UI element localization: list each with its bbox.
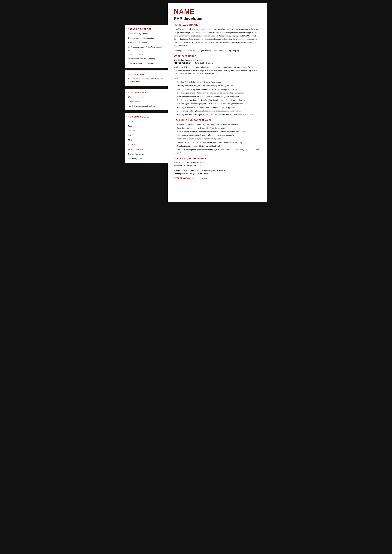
personal-summary-title: Personal Summary — [174, 24, 261, 26]
academic-qual1-institution-row: Nuneaton University 2015 - 2018 — [174, 164, 261, 167]
sidebar-nationality: Nationality: USA — [128, 157, 164, 160]
duty-item-1: Building PHP websites using PHP based fr… — [177, 81, 261, 84]
duty-item-5: Back end development and maintenance of … — [177, 95, 261, 98]
duty-item-6: Developing compatible User Interface fun… — [177, 98, 261, 102]
references-text: – Available on request. — [189, 177, 208, 180]
sidebar-expertise-item-7: Software graphics manipulation — [128, 62, 164, 65]
main-content: NAME PHP developer Personal Summary A hi… — [168, 3, 267, 202]
qual2-dates: 2013 - 2015 — [198, 172, 208, 175]
academic-title: Academic Qualifications — [174, 158, 261, 160]
sidebar-name-label: Name — [128, 120, 164, 123]
duty-item-9: Documenting features, technical specific… — [177, 109, 261, 113]
sidebar-personal-skills-section: Personal Skills Time management Goals or… — [125, 89, 168, 110]
duties-list: Building PHP websites using PHP based fr… — [174, 81, 261, 116]
work-employer: Web Design Company – Coventry — [174, 59, 261, 62]
work-role-label: PHP DEVELOPER — [174, 62, 191, 64]
sidebar-personal-details-section: Personal Details Name Road Country T: 0 … — [125, 113, 168, 163]
sidebar: Areas of Expertise Commercial experience… — [125, 3, 168, 202]
qual1-institution: Nuneaton University — [174, 164, 192, 167]
qual2-subjects: Maths (A) English (B) Technology (B) Sci… — [184, 169, 226, 172]
skill-item-3: Able to clearly communicate technical da… — [177, 130, 261, 133]
skill-item-5: Possessing all-round analysis and progra… — [177, 137, 261, 141]
duty-item-3: Testing and validating work produced as … — [177, 88, 261, 91]
work-role-line: PHP DEVELOPER June 2018 - Present — [174, 62, 261, 64]
academic-qual2-row: A levels: Maths (A) English (B) Technolo… — [174, 169, 261, 172]
references-label: REFERENCES — [174, 177, 189, 180]
page: Areas of Expertise Commercial experience… — [125, 3, 267, 202]
sidebar-expertise-item-2: Web developing / programming — [128, 37, 164, 40]
duty-item-8: Working in a data analyst role and with … — [177, 106, 261, 109]
skill-item-6: Methodical yet creative & having a prove… — [177, 141, 261, 144]
job-title: PHP developer — [174, 16, 261, 21]
sidebar-personal-skills-item-2: Goals orientated — [128, 100, 164, 103]
sidebar-expertise-item-5: Server administration — [128, 53, 164, 56]
work-experience-title: Work Experience — [174, 55, 261, 57]
sidebar-expertise-title: Areas of Expertise — [128, 28, 164, 30]
sidebar-professional-section: Professional ICT Professional - Systems … — [125, 70, 168, 86]
sidebar-expertise-item-3: PHP MVC Frameworks — [128, 41, 164, 44]
academic-qual2-institution-row: Coventry Central College 2013 - 2015 — [174, 172, 261, 175]
sidebar-personal-skills-item-3: Ability to grasp concepts quickly — [128, 104, 164, 107]
duty-item-2: Planning and conducting cross-browser us… — [177, 84, 261, 88]
references-line: REFERENCES – Available on request. — [174, 177, 261, 180]
personal-summary-para1: A highly resourceful, innovative, and co… — [174, 28, 261, 47]
sidebar-country-label: Country — [128, 129, 164, 132]
duty-item-7: Developing web sites using MySQL, PHP, A… — [177, 102, 261, 105]
sidebar-professional-item-1: ICT Professional - Systems and Principle… — [128, 77, 164, 83]
sidebar-expertise-section: Areas of Expertise Commercial experience… — [125, 25, 168, 68]
sidebar-tel: T: 0 — [128, 134, 164, 137]
personal-summary-para2: Looking for a suitable developer positio… — [174, 49, 261, 52]
key-skills-list: Ability to multi-task, react quickly to … — [174, 123, 261, 155]
qual1-degree: BSc (Hons) — [174, 161, 184, 164]
sidebar-personal-skills-title: Personal Skills — [128, 92, 164, 93]
work-description: Working with designers, Front End and pr… — [174, 66, 261, 76]
candidate-name: NAME — [174, 8, 261, 15]
sidebar-driving: Driving license: Yes — [128, 152, 164, 155]
sidebar-expertise-item-6: Object Orientated Programming — [128, 57, 164, 60]
duty-item-4: Developing advanced database driven webs… — [177, 91, 261, 95]
qual2-level: A levels: — [174, 169, 181, 172]
sidebar-email: E: EMAIL — [128, 143, 164, 146]
sidebar-personal-details-title: Personal Details — [128, 116, 164, 118]
sidebar-personal-skills-item-1: Time management — [128, 96, 164, 98]
academic-qual1-row: BSc (Hons) Information Technology — [174, 161, 261, 164]
skill-item-7: Excellent attention to detail both front… — [177, 145, 261, 148]
sidebar-professional-title: Professional — [128, 73, 164, 75]
qual2-institution: Coventry Central College — [174, 172, 196, 175]
skill-item-4: Continuously monitoring industry trends,… — [177, 134, 261, 137]
duty-item-10: Working with a multi-disciplinary team t… — [177, 113, 261, 116]
skill-item-2: Proactive, confident and with a positive… — [177, 126, 261, 130]
qual1-subject: Information Technology — [187, 161, 207, 164]
key-skills-title: Key Skills and Competencies — [174, 119, 261, 121]
sidebar-road-label: Road — [128, 125, 164, 127]
duties-label: Duties: — [174, 77, 261, 80]
work-dates: June 2018 - Present — [195, 62, 213, 64]
skill-item-8: Solid web development experience using O… — [177, 148, 261, 155]
sidebar-expertise-item-1: Commercial experience — [128, 32, 164, 35]
sidebar-dob: DOB: 12/09/1995 — [128, 148, 164, 151]
sidebar-mob: M: 0 — [128, 138, 164, 141]
skill-item-1: Ability to multi-task, react quickly to … — [177, 123, 261, 126]
qual1-dates: 2015 - 2018 — [194, 164, 203, 167]
sidebar-expertise-item-4: CMS implementation (WordPress, Joomla, e… — [128, 46, 164, 51]
